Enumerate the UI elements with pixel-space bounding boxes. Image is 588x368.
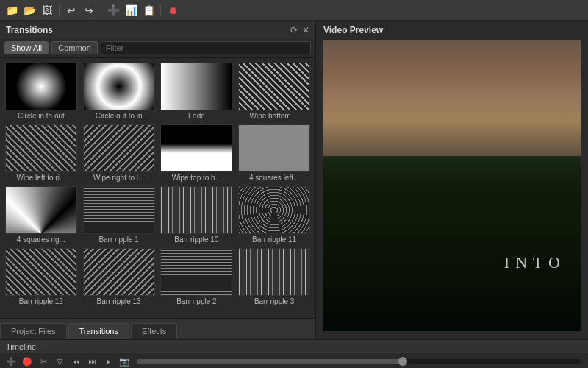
video-preview-panel: Video Preview INTO bbox=[316, 21, 588, 339]
transition-item[interactable]: 4 squares left... bbox=[236, 123, 312, 183]
panel-header-icons: ⟳ ✕ bbox=[290, 25, 309, 35]
timeline-play-button[interactable]: ⏵ bbox=[101, 355, 115, 368]
transition-item[interactable]: Barr ripple 12 bbox=[3, 247, 79, 307]
transition-thumbnail bbox=[238, 186, 310, 234]
sky-gradient bbox=[323, 40, 581, 156]
panel-refresh-icon[interactable]: ⟳ bbox=[290, 25, 298, 35]
transition-thumbnail bbox=[5, 63, 77, 110]
transition-label: Circle in to out bbox=[5, 112, 77, 120]
transition-label: Wipe right to l... bbox=[83, 174, 155, 182]
toolbar-icon-undo[interactable]: ↩ bbox=[64, 3, 79, 18]
transition-label: Barr ripple 12 bbox=[5, 297, 77, 305]
toolbar-icon-add[interactable]: ➕ bbox=[106, 3, 121, 18]
transition-label: Barr ripple 2 bbox=[160, 297, 232, 305]
toolbar-icon-redo[interactable]: ↪ bbox=[82, 3, 96, 18]
toolbar-icon-chart[interactable]: 📊 bbox=[123, 3, 138, 18]
transition-item[interactable]: Wipe right to l... bbox=[81, 123, 157, 183]
common-button[interactable]: Common bbox=[51, 41, 98, 54]
transition-thumbnail bbox=[160, 248, 232, 296]
transition-item[interactable]: Barr ripple 11 bbox=[236, 185, 312, 245]
grass-overlay bbox=[323, 156, 581, 331]
timeline: Timeline ➕ 🔴 ✂ ▽ ⏮ ⏭ ⏵ 📷 bbox=[0, 339, 588, 368]
transition-label: Fade bbox=[160, 112, 232, 120]
timeline-filter-button[interactable]: ▽ bbox=[53, 355, 66, 368]
transition-thumbnail bbox=[83, 124, 155, 172]
toolbar-icon-media[interactable]: 🖼 bbox=[40, 3, 54, 18]
transition-label: 4 squares left... bbox=[238, 174, 310, 182]
transition-thumbnail bbox=[160, 63, 232, 110]
toolbar-separator-1 bbox=[59, 4, 60, 16]
panel-header: Transitions ⟳ ✕ bbox=[0, 21, 315, 38]
transition-label: Barr ripple 13 bbox=[83, 297, 155, 305]
timeline-skip-end-button[interactable]: ⏭ bbox=[85, 355, 98, 368]
transition-item[interactable]: Fade bbox=[159, 61, 235, 121]
transition-item[interactable]: Circle in to out bbox=[3, 61, 79, 121]
timeline-skip-start-button[interactable]: ⏮ bbox=[69, 355, 82, 368]
main-toolbar: 📁 📂 🖼 ↩ ↪ ➕ 📊 📋 ⏺ bbox=[0, 0, 588, 21]
filter-input[interactable] bbox=[101, 41, 311, 54]
transition-label: 4 squares rig... bbox=[5, 236, 77, 244]
toolbar-icon-new[interactable]: 📁 bbox=[4, 3, 19, 18]
transitions-panel: Transitions ⟳ ✕ Show All Common Circle i… bbox=[0, 21, 316, 339]
timeline-progress-fill bbox=[137, 359, 403, 364]
transition-label: Barr ripple 1 bbox=[83, 236, 155, 244]
panel-close-icon[interactable]: ✕ bbox=[302, 25, 309, 35]
transition-item[interactable]: Wipe left to ri... bbox=[3, 123, 79, 183]
timeline-record-button[interactable]: 🔴 bbox=[21, 355, 34, 368]
timeline-cut-button[interactable]: ✂ bbox=[37, 355, 50, 368]
bottom-tabs: Project FilesTransitionsEffects bbox=[0, 318, 315, 339]
timeline-header: Timeline bbox=[0, 340, 588, 353]
timeline-title: Timeline bbox=[6, 342, 36, 351]
transition-label: Barr ripple 10 bbox=[160, 236, 232, 244]
toolbar-separator-2 bbox=[101, 4, 101, 16]
transition-item[interactable]: Barr ripple 3 bbox=[236, 247, 312, 307]
show-all-button[interactable]: Show All bbox=[4, 41, 49, 54]
transition-item[interactable]: Wipe bottom ... bbox=[236, 61, 312, 121]
main-area: Transitions ⟳ ✕ Show All Common Circle i… bbox=[0, 21, 588, 339]
preview-text: INTO bbox=[504, 253, 566, 272]
timeline-screenshot-button[interactable]: 📷 bbox=[118, 355, 131, 368]
transition-thumbnail bbox=[238, 124, 310, 172]
toolbar-icon-record[interactable]: ⏺ bbox=[165, 3, 180, 18]
filter-bar: Show All Common bbox=[0, 38, 315, 58]
transition-item[interactable]: Barr ripple 10 bbox=[159, 185, 235, 245]
transition-item[interactable]: Barr ripple 2 bbox=[159, 247, 235, 307]
transition-label: Barr ripple 11 bbox=[238, 236, 310, 244]
timeline-controls: ➕ 🔴 ✂ ▽ ⏮ ⏭ ⏵ 📷 bbox=[0, 353, 588, 368]
transition-item[interactable]: Circle out to in bbox=[81, 61, 157, 121]
transition-item[interactable]: Barr ripple 1 bbox=[81, 185, 157, 245]
transition-thumbnail bbox=[83, 248, 155, 296]
transition-label: Barr ripple 3 bbox=[238, 297, 310, 305]
transition-thumbnail bbox=[83, 186, 155, 234]
preview-area: INTO bbox=[323, 40, 581, 331]
transition-thumbnail bbox=[5, 124, 77, 172]
toolbar-icon-layout[interactable]: 📋 bbox=[141, 3, 156, 18]
bottom-tab-transitions[interactable]: Transitions bbox=[68, 323, 129, 339]
transition-item[interactable]: Wipe top to b... bbox=[159, 123, 235, 183]
transition-label: Wipe bottom ... bbox=[238, 112, 310, 120]
transition-thumbnail bbox=[160, 186, 232, 234]
toolbar-separator-3 bbox=[160, 4, 161, 16]
transition-thumbnail bbox=[238, 248, 310, 296]
preview-image: INTO bbox=[323, 40, 581, 331]
bottom-tab-project-files[interactable]: Project Files bbox=[0, 323, 67, 339]
transition-item[interactable]: Barr ripple 13 bbox=[81, 247, 157, 307]
transitions-grid: Circle in to outCircle out to inFadeWipe… bbox=[0, 58, 315, 318]
timeline-add-button[interactable]: ➕ bbox=[4, 355, 18, 368]
preview-header: Video Preview bbox=[316, 21, 588, 40]
transition-thumbnail bbox=[160, 124, 232, 172]
bottom-tab-effects[interactable]: Effects bbox=[131, 323, 177, 339]
transition-label: Wipe left to ri... bbox=[5, 174, 77, 182]
transition-thumbnail bbox=[5, 186, 77, 234]
timeline-progress-thumb bbox=[398, 357, 407, 366]
transition-label: Wipe top to b... bbox=[160, 174, 232, 182]
transition-thumbnail bbox=[238, 63, 310, 110]
timeline-progress-bar[interactable] bbox=[137, 359, 581, 364]
toolbar-icon-open[interactable]: 📂 bbox=[22, 3, 37, 18]
panel-title: Transitions bbox=[6, 25, 53, 35]
transition-thumbnail bbox=[83, 63, 155, 110]
transition-thumbnail bbox=[5, 248, 77, 296]
transition-item[interactable]: 4 squares rig... bbox=[3, 185, 79, 245]
transition-label: Circle out to in bbox=[83, 112, 155, 120]
